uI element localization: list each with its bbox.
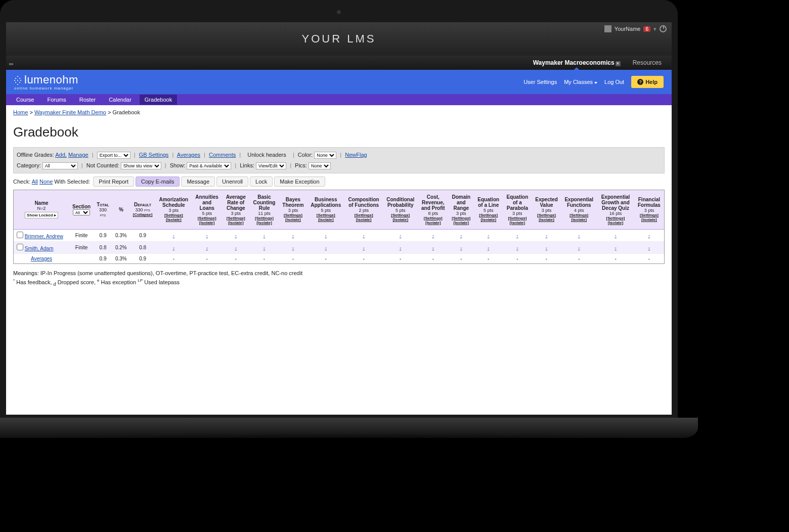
cell-score[interactable]: - bbox=[634, 241, 664, 253]
cell-score[interactable]: - bbox=[307, 229, 344, 241]
assignment-isolate-link[interactable]: [Isolate] bbox=[421, 220, 445, 225]
cell-score[interactable]: - bbox=[474, 241, 503, 253]
cell-score[interactable]: - bbox=[503, 241, 532, 253]
cell-score[interactable]: - bbox=[192, 229, 222, 241]
assignment-isolate-link[interactable]: [Isolate] bbox=[506, 220, 529, 225]
close-icon[interactable]: ✕ bbox=[616, 61, 621, 66]
action-lock[interactable]: Lock bbox=[250, 176, 273, 187]
col-name[interactable]: Name bbox=[34, 200, 48, 206]
assignment-name[interactable]: Amorization Schedule bbox=[159, 197, 188, 208]
assignment-name[interactable]: Exponential Functions bbox=[564, 197, 593, 208]
logout-link[interactable]: Log Out bbox=[604, 79, 624, 85]
user-settings-link[interactable]: User Settings bbox=[523, 79, 557, 85]
assignment-isolate-link[interactable]: [Isolate] bbox=[564, 217, 594, 222]
cell-score[interactable]: - bbox=[532, 241, 561, 253]
assignment-settings-link[interactable]: [Settings] bbox=[158, 213, 189, 217]
cell-score[interactable]: - bbox=[279, 229, 308, 241]
cell-score[interactable]: - bbox=[344, 241, 383, 253]
logo[interactable]: lumenohm online homework manager bbox=[14, 73, 78, 90]
cell-score[interactable]: - bbox=[474, 229, 503, 241]
assignment-settings-link[interactable]: [Settings] bbox=[535, 213, 558, 217]
assignment-settings-link[interactable]: [Settings] bbox=[506, 216, 529, 220]
unlock-headers[interactable]: Unlock headers bbox=[247, 152, 286, 158]
assignment-isolate-link[interactable]: [Isolate] bbox=[637, 217, 661, 222]
action-make-exception[interactable]: Make Exception bbox=[274, 176, 325, 187]
assignment-name[interactable]: Basic Counting Rule bbox=[253, 194, 276, 211]
action-print-report[interactable]: Print Report bbox=[93, 176, 134, 187]
student-name-link[interactable]: Smith, Adam bbox=[25, 246, 54, 251]
show-locked-button[interactable]: Show Locked ▸ bbox=[25, 212, 58, 218]
assignment-isolate-link[interactable]: [Isolate] bbox=[386, 217, 415, 222]
cell-score[interactable]: - bbox=[249, 241, 279, 253]
export-select[interactable]: Export to... bbox=[97, 152, 130, 159]
breadcrumb-course[interactable]: Waymaker Finite Math Demo bbox=[34, 109, 106, 115]
help-button[interactable]: Help bbox=[631, 76, 664, 88]
my-classes-link[interactable]: My Classes bbox=[564, 79, 597, 85]
category-select[interactable]: All bbox=[42, 162, 78, 169]
cell-score[interactable]: - bbox=[597, 229, 634, 241]
assignment-name[interactable]: Equation of a Parabola bbox=[506, 194, 528, 211]
cell-score[interactable]: - bbox=[155, 229, 192, 241]
row-checkbox[interactable] bbox=[17, 244, 23, 250]
assignment-settings-link[interactable]: [Settings] bbox=[386, 213, 415, 217]
check-all-link[interactable]: All bbox=[32, 179, 38, 185]
assignment-name[interactable]: Annuities and Loans bbox=[195, 194, 218, 211]
cell-score[interactable]: - bbox=[418, 241, 448, 253]
cell-score[interactable]: - bbox=[561, 241, 597, 253]
assignment-settings-link[interactable]: [Settings] bbox=[637, 213, 661, 217]
assignment-name[interactable]: Composition of Functions bbox=[348, 197, 379, 208]
username[interactable]: YourName bbox=[615, 26, 641, 32]
cell-score[interactable]: - bbox=[222, 229, 249, 241]
assignment-isolate-link[interactable]: [Isolate] bbox=[282, 217, 304, 222]
assignment-settings-link[interactable]: [Settings] bbox=[225, 216, 246, 220]
power-icon[interactable] bbox=[660, 25, 667, 32]
assignment-isolate-link[interactable]: [Isolate] bbox=[477, 217, 500, 222]
assignment-name[interactable]: Domain and Range bbox=[452, 194, 470, 211]
not-counted-select[interactable]: Show stu view bbox=[121, 162, 161, 169]
action-message[interactable]: Message bbox=[181, 176, 215, 187]
cell-score[interactable]: - bbox=[307, 241, 344, 253]
cell-score[interactable]: - bbox=[448, 229, 474, 241]
cell-score[interactable]: - bbox=[503, 229, 532, 241]
assignment-settings-link[interactable]: [Settings] bbox=[600, 216, 631, 220]
cell-score[interactable]: - bbox=[279, 241, 308, 253]
assignment-name[interactable]: Expected Value bbox=[535, 197, 557, 208]
cell-score[interactable]: - bbox=[634, 229, 664, 241]
newflag-link[interactable]: NewFlag bbox=[345, 152, 367, 158]
assignment-name[interactable]: Exponential Growth and Decay Quiz bbox=[601, 194, 630, 211]
cell-score[interactable]: - bbox=[383, 229, 418, 241]
assignment-name[interactable]: Cost, Revenue, and Profit bbox=[421, 194, 445, 211]
assignment-name[interactable]: Equation of a Line bbox=[477, 197, 499, 208]
cell-score[interactable]: - bbox=[192, 241, 222, 253]
assignment-name[interactable]: Average Rate of Change bbox=[226, 194, 246, 211]
assignment-settings-link[interactable]: [Settings] bbox=[195, 216, 219, 220]
assignment-settings-link[interactable]: [Settings] bbox=[347, 213, 380, 217]
cell-score[interactable]: - bbox=[222, 241, 249, 253]
nav-roster[interactable]: Roster bbox=[74, 95, 101, 105]
nav-forums[interactable]: Forums bbox=[42, 95, 71, 105]
notification-badge[interactable]: 6 bbox=[643, 26, 650, 32]
subnav-resources[interactable]: Resources bbox=[633, 59, 662, 66]
assignment-isolate-link[interactable]: [Isolate] bbox=[225, 220, 246, 225]
assignment-isolate-link[interactable]: [Isolate] bbox=[310, 217, 341, 222]
row-checkbox[interactable] bbox=[17, 232, 23, 238]
comments-link[interactable]: Comments bbox=[209, 152, 236, 158]
pics-select[interactable]: None bbox=[309, 162, 331, 169]
assignment-isolate-link[interactable]: [Isolate] bbox=[252, 220, 276, 225]
assignment-isolate-link[interactable]: [Isolate] bbox=[535, 217, 558, 222]
cell-score[interactable]: - bbox=[448, 241, 474, 253]
assignment-settings-link[interactable]: [Settings] bbox=[477, 213, 500, 217]
breadcrumb-home[interactable]: Home bbox=[13, 109, 28, 115]
assignment-name[interactable]: Bayes Theorem bbox=[282, 197, 303, 208]
collapse-link[interactable]: [Collapse] bbox=[133, 212, 153, 217]
assignment-isolate-link[interactable]: [Isolate] bbox=[158, 217, 189, 222]
cell-score[interactable]: - bbox=[418, 229, 448, 241]
cell-score[interactable]: - bbox=[597, 241, 634, 253]
check-none-link[interactable]: None bbox=[39, 179, 53, 185]
assignment-name[interactable]: Business Applications bbox=[311, 197, 341, 208]
color-select[interactable]: None bbox=[314, 152, 336, 159]
averages-link[interactable]: Averages bbox=[177, 152, 200, 158]
links-select[interactable]: View/Edit bbox=[256, 162, 286, 169]
gb-settings-link[interactable]: GB Settings bbox=[139, 152, 169, 158]
assignment-isolate-link[interactable]: [Isolate] bbox=[451, 220, 471, 225]
